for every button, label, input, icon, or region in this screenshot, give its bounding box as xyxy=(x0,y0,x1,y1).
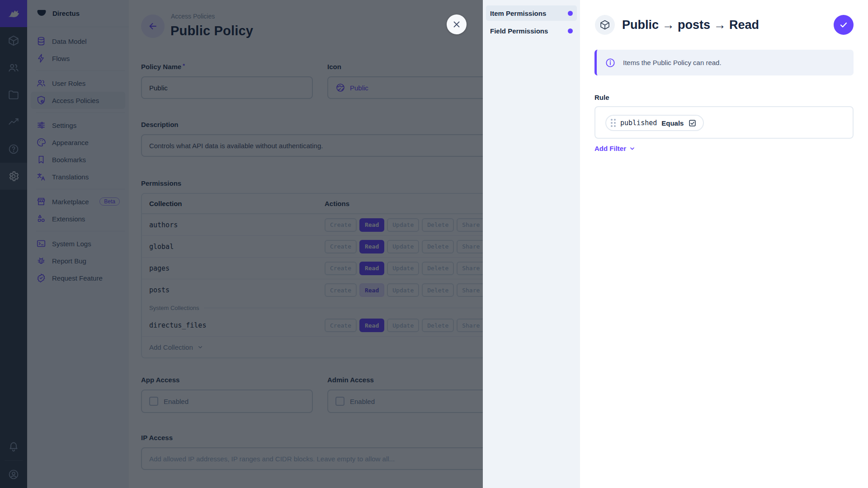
add-filter-label: Add Filter xyxy=(594,145,626,152)
active-rule-dot xyxy=(568,28,573,33)
modal-overlay[interactable] xyxy=(0,0,483,488)
tab-field-permissions[interactable]: Field Permissions xyxy=(486,23,577,38)
notice-text: Items the Public Policy can read. xyxy=(623,59,722,66)
filter-field[interactable]: published xyxy=(620,119,657,127)
filter-pill[interactable]: published Equals xyxy=(605,115,704,131)
chevron-down-icon xyxy=(628,145,636,152)
drawer-title: Public → posts → Read xyxy=(622,18,759,32)
drawer-close-button[interactable] xyxy=(447,14,467,34)
check-icon xyxy=(838,19,849,30)
active-rule-dot xyxy=(568,11,573,16)
tab-label: Field Permissions xyxy=(490,27,548,35)
rule-editor: published Equals xyxy=(594,106,854,139)
drawer-tab-list: Item Permissions Field Permissions xyxy=(483,0,580,488)
directus-app: Directus Data Model Flows User Roles Acc… xyxy=(0,0,868,488)
add-filter-button[interactable]: Add Filter xyxy=(594,145,636,152)
tab-item-permissions[interactable]: Item Permissions xyxy=(486,5,577,21)
checkbox-checked-icon[interactable] xyxy=(688,119,697,127)
info-notice: Items the Public Policy can read. xyxy=(594,50,854,75)
permissions-drawer: Item Permissions Field Permissions Publi… xyxy=(483,0,868,488)
drawer-content: Public → posts → Read Items the Public P… xyxy=(580,0,868,488)
rule-label: Rule xyxy=(594,94,609,101)
drawer-header-icon xyxy=(595,15,615,35)
info-icon xyxy=(605,57,616,68)
close-icon xyxy=(452,19,462,29)
save-button[interactable] xyxy=(834,15,854,35)
filter-operator[interactable]: Equals xyxy=(661,119,684,127)
cube-icon xyxy=(599,19,610,30)
tab-label: Item Permissions xyxy=(490,9,546,17)
drag-handle-icon[interactable] xyxy=(611,119,616,127)
